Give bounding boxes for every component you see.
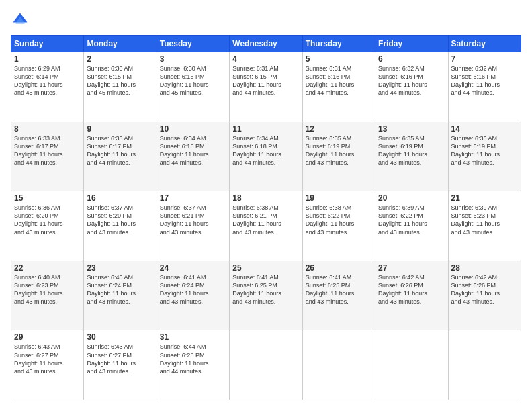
calendar-cell: [448, 330, 521, 400]
day-number: 3: [160, 54, 226, 64]
day-details: Sunrise: 6:39 AM Sunset: 6:22 PM Dayligh…: [378, 203, 445, 236]
day-details: Sunrise: 6:33 AM Sunset: 6:17 PM Dayligh…: [14, 134, 81, 167]
calendar-cell: 13Sunrise: 6:35 AM Sunset: 6:19 PM Dayli…: [375, 122, 448, 191]
day-number: 19: [306, 193, 372, 203]
calendar-cell: 4Sunrise: 6:31 AM Sunset: 6:15 PM Daylig…: [230, 52, 302, 122]
day-details: Sunrise: 6:36 AM Sunset: 6:19 PM Dayligh…: [451, 134, 518, 167]
day-number: 27: [378, 263, 445, 273]
calendar-cell: 30Sunrise: 6:43 AM Sunset: 6:27 PM Dayli…: [84, 330, 157, 400]
calendar-cell: [375, 330, 448, 400]
calendar-cell: 16Sunrise: 6:37 AM Sunset: 6:20 PM Dayli…: [84, 191, 157, 261]
weekday-header: Friday: [375, 36, 448, 52]
calendar-cell: 27Sunrise: 6:42 AM Sunset: 6:26 PM Dayli…: [375, 261, 448, 330]
calendar-cell: 17Sunrise: 6:37 AM Sunset: 6:21 PM Dayli…: [157, 191, 229, 261]
day-details: Sunrise: 6:30 AM Sunset: 6:15 PM Dayligh…: [160, 64, 226, 97]
day-details: Sunrise: 6:31 AM Sunset: 6:16 PM Dayligh…: [306, 64, 372, 97]
day-number: 17: [160, 193, 226, 203]
calendar-cell: 28Sunrise: 6:42 AM Sunset: 6:26 PM Dayli…: [448, 261, 521, 330]
day-details: Sunrise: 6:38 AM Sunset: 6:21 PM Dayligh…: [232, 203, 299, 236]
day-number: 28: [451, 263, 518, 273]
day-details: Sunrise: 6:43 AM Sunset: 6:27 PM Dayligh…: [14, 342, 81, 375]
day-details: Sunrise: 6:30 AM Sunset: 6:15 PM Dayligh…: [87, 64, 153, 97]
header: [11, 11, 521, 30]
day-details: Sunrise: 6:32 AM Sunset: 6:16 PM Dayligh…: [451, 64, 518, 97]
day-details: Sunrise: 6:37 AM Sunset: 6:20 PM Dayligh…: [87, 203, 153, 236]
day-details: Sunrise: 6:44 AM Sunset: 6:28 PM Dayligh…: [160, 342, 226, 375]
day-number: 25: [232, 263, 299, 273]
day-number: 15: [14, 193, 81, 203]
day-number: 11: [232, 124, 299, 134]
day-number: 12: [306, 124, 372, 134]
weekday-header: Tuesday: [157, 36, 229, 52]
calendar-cell: [230, 330, 302, 400]
calendar-cell: 6Sunrise: 6:32 AM Sunset: 6:16 PM Daylig…: [375, 52, 448, 122]
day-details: Sunrise: 6:34 AM Sunset: 6:18 PM Dayligh…: [232, 134, 299, 167]
day-number: 2: [87, 54, 153, 64]
day-number: 22: [14, 263, 81, 273]
calendar-cell: 26Sunrise: 6:41 AM Sunset: 6:25 PM Dayli…: [302, 261, 375, 330]
day-number: 1: [14, 54, 81, 64]
day-number: 26: [306, 263, 372, 273]
day-number: 9: [87, 124, 153, 134]
day-number: 10: [160, 124, 226, 134]
day-details: Sunrise: 6:37 AM Sunset: 6:21 PM Dayligh…: [160, 203, 226, 236]
day-number: 5: [306, 54, 372, 64]
day-number: 7: [451, 54, 518, 64]
day-number: 30: [87, 332, 153, 342]
weekday-header: Monday: [84, 36, 157, 52]
day-number: 4: [232, 54, 299, 64]
calendar-cell: 23Sunrise: 6:40 AM Sunset: 6:24 PM Dayli…: [84, 261, 157, 330]
calendar-cell: 15Sunrise: 6:36 AM Sunset: 6:20 PM Dayli…: [11, 191, 84, 261]
day-number: 8: [14, 124, 81, 134]
day-details: Sunrise: 6:36 AM Sunset: 6:20 PM Dayligh…: [14, 203, 81, 236]
logo-icon: [11, 11, 30, 30]
calendar-cell: 11Sunrise: 6:34 AM Sunset: 6:18 PM Dayli…: [230, 122, 302, 191]
calendar-cell: 29Sunrise: 6:43 AM Sunset: 6:27 PM Dayli…: [11, 330, 84, 400]
day-number: 31: [160, 332, 226, 342]
calendar-cell: 8Sunrise: 6:33 AM Sunset: 6:17 PM Daylig…: [11, 122, 84, 191]
calendar-cell: 14Sunrise: 6:36 AM Sunset: 6:19 PM Dayli…: [448, 122, 521, 191]
day-details: Sunrise: 6:41 AM Sunset: 6:25 PM Dayligh…: [306, 273, 372, 306]
day-number: 21: [451, 193, 518, 203]
day-details: Sunrise: 6:40 AM Sunset: 6:23 PM Dayligh…: [14, 273, 81, 306]
logo: [11, 11, 32, 30]
calendar-cell: 5Sunrise: 6:31 AM Sunset: 6:16 PM Daylig…: [302, 52, 375, 122]
day-details: Sunrise: 6:38 AM Sunset: 6:22 PM Dayligh…: [306, 203, 372, 236]
calendar-cell: 20Sunrise: 6:39 AM Sunset: 6:22 PM Dayli…: [375, 191, 448, 261]
day-details: Sunrise: 6:31 AM Sunset: 6:15 PM Dayligh…: [232, 64, 299, 97]
day-number: 13: [378, 124, 445, 134]
day-details: Sunrise: 6:35 AM Sunset: 6:19 PM Dayligh…: [306, 134, 372, 167]
day-details: Sunrise: 6:41 AM Sunset: 6:24 PM Dayligh…: [160, 273, 226, 306]
weekday-header: Wednesday: [230, 36, 302, 52]
day-number: 29: [14, 332, 81, 342]
calendar-cell: 12Sunrise: 6:35 AM Sunset: 6:19 PM Dayli…: [302, 122, 375, 191]
day-number: 23: [87, 263, 153, 273]
calendar-cell: 2Sunrise: 6:30 AM Sunset: 6:15 PM Daylig…: [84, 52, 157, 122]
day-number: 24: [160, 263, 226, 273]
day-number: 20: [378, 193, 445, 203]
day-details: Sunrise: 6:42 AM Sunset: 6:26 PM Dayligh…: [378, 273, 445, 306]
day-number: 14: [451, 124, 518, 134]
calendar-cell: 7Sunrise: 6:32 AM Sunset: 6:16 PM Daylig…: [448, 52, 521, 122]
day-details: Sunrise: 6:32 AM Sunset: 6:16 PM Dayligh…: [378, 64, 445, 97]
calendar-cell: 25Sunrise: 6:41 AM Sunset: 6:25 PM Dayli…: [230, 261, 302, 330]
day-details: Sunrise: 6:40 AM Sunset: 6:24 PM Dayligh…: [87, 273, 153, 306]
day-details: Sunrise: 6:42 AM Sunset: 6:26 PM Dayligh…: [451, 273, 518, 306]
calendar-cell: 9Sunrise: 6:33 AM Sunset: 6:17 PM Daylig…: [84, 122, 157, 191]
day-number: 6: [378, 54, 445, 64]
weekday-header: Thursday: [302, 36, 375, 52]
calendar-cell: 22Sunrise: 6:40 AM Sunset: 6:23 PM Dayli…: [11, 261, 84, 330]
day-details: Sunrise: 6:39 AM Sunset: 6:23 PM Dayligh…: [451, 203, 518, 236]
weekday-header: Saturday: [448, 36, 521, 52]
calendar-cell: 31Sunrise: 6:44 AM Sunset: 6:28 PM Dayli…: [157, 330, 229, 400]
day-number: 16: [87, 193, 153, 203]
calendar-cell: 21Sunrise: 6:39 AM Sunset: 6:23 PM Dayli…: [448, 191, 521, 261]
calendar-cell: 1Sunrise: 6:29 AM Sunset: 6:14 PM Daylig…: [11, 52, 84, 122]
calendar-table: SundayMondayTuesdayWednesdayThursdayFrid…: [11, 35, 521, 400]
day-number: 18: [232, 193, 299, 203]
calendar-cell: 10Sunrise: 6:34 AM Sunset: 6:18 PM Dayli…: [157, 122, 229, 191]
weekday-header: Sunday: [11, 36, 84, 52]
calendar-page: SundayMondayTuesdayWednesdayThursdayFrid…: [0, 0, 532, 411]
calendar-cell: 19Sunrise: 6:38 AM Sunset: 6:22 PM Dayli…: [302, 191, 375, 261]
calendar-cell: 3Sunrise: 6:30 AM Sunset: 6:15 PM Daylig…: [157, 52, 229, 122]
